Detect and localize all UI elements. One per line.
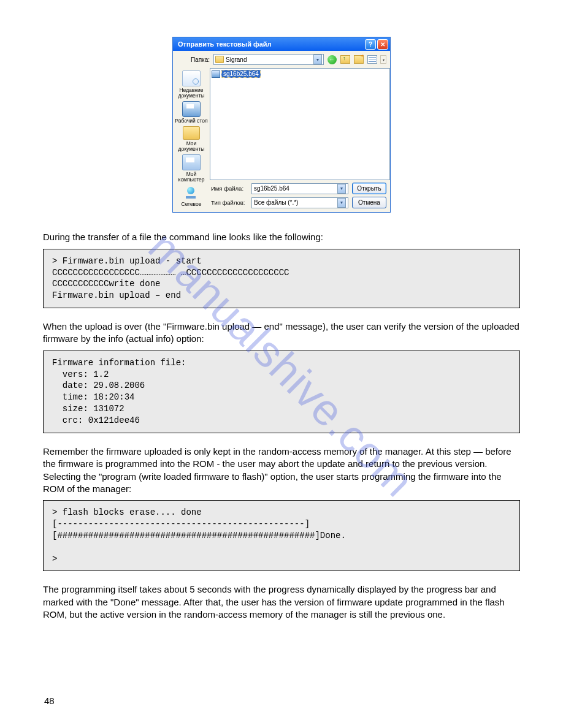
folder-value: Sigrand: [226, 56, 312, 63]
place-label: Рабочий стол: [175, 118, 207, 124]
filetype-dropdown[interactable]: Все файлы (*.*) ▼: [251, 197, 348, 208]
view-menu-dropdown[interactable]: ▾: [380, 55, 386, 64]
file-item[interactable]: sg16b25.b64: [212, 70, 261, 78]
terminal-output: > Firmware.bin upload - start CCCCCCCCCC…: [43, 249, 520, 309]
folder-label: Папка:: [177, 56, 210, 63]
back-button[interactable]: ←: [326, 54, 337, 65]
my-computer-icon: [182, 154, 201, 170]
recent-documents-icon: [182, 70, 201, 86]
place-label: Мои документы: [173, 141, 210, 152]
my-documents-icon: [183, 126, 200, 140]
network-icon: [182, 184, 201, 200]
filename-label: Имя файла:: [211, 185, 248, 192]
close-button[interactable]: ✕: [377, 39, 388, 50]
file-open-dialog: Отправить текстовый файл ? ✕ Папка: Sigr…: [172, 37, 391, 213]
chevron-down-icon[interactable]: ▼: [337, 184, 346, 194]
cancel-button[interactable]: Отмена: [352, 197, 386, 208]
chevron-down-icon[interactable]: ▼: [313, 55, 322, 64]
filetype-value: Все файлы (*.*): [254, 199, 335, 206]
file-icon: [212, 70, 220, 78]
filename-value: sg16b25.b64: [254, 185, 335, 192]
new-folder-button[interactable]: [353, 54, 364, 65]
place-network[interactable]: Сетевое: [173, 184, 210, 207]
file-list[interactable]: sg16b25.b64: [210, 68, 390, 180]
desktop-icon: [182, 101, 201, 117]
dialog-toolbar: Папка: Sigrand ▼ ← ▾: [173, 51, 390, 68]
terminal-output: > flash blocks erase.... done [---------…: [43, 500, 520, 571]
dialog-title: Отправить текстовый файл: [178, 40, 364, 48]
place-label: Недавние документы: [173, 88, 210, 99]
folder-icon: [215, 56, 224, 63]
filetype-label: Тип файлов:: [211, 199, 248, 206]
folder-dropdown[interactable]: Sigrand ▼: [213, 54, 324, 65]
body-text: During the transfer of a file the comman…: [43, 231, 520, 243]
place-recent-documents[interactable]: Недавние документы: [173, 70, 210, 99]
up-one-level-button[interactable]: [340, 54, 351, 65]
place-label: Сетевое: [182, 202, 202, 207]
filename-input[interactable]: sg16b25.b64 ▼: [251, 183, 348, 194]
help-button[interactable]: ?: [365, 39, 376, 50]
place-desktop[interactable]: Рабочий стол: [173, 101, 210, 124]
chevron-down-icon[interactable]: ▼: [337, 198, 346, 208]
places-bar: Недавние документы Рабочий стол Мои доку…: [173, 68, 210, 212]
place-label: Мой компьютер: [173, 172, 210, 183]
open-button[interactable]: Открыть: [352, 183, 386, 194]
place-my-computer[interactable]: Мой компьютер: [173, 154, 210, 183]
terminal-output: Firmware information file: vers: 1.2 dat…: [43, 351, 520, 433]
file-label: sg16b25.b64: [221, 70, 261, 78]
place-my-documents[interactable]: Мои документы: [173, 126, 210, 152]
body-text: When the upload is over (the "Firmware.b…: [43, 320, 520, 346]
page-number: 48: [44, 696, 55, 706]
body-text: Remember the firmware uploaded is only k…: [43, 446, 520, 495]
body-text: The programming itself takes about 5 sec…: [43, 583, 520, 621]
dialog-titlebar: Отправить текстовый файл ? ✕: [173, 37, 390, 51]
view-menu-button[interactable]: [367, 54, 378, 65]
